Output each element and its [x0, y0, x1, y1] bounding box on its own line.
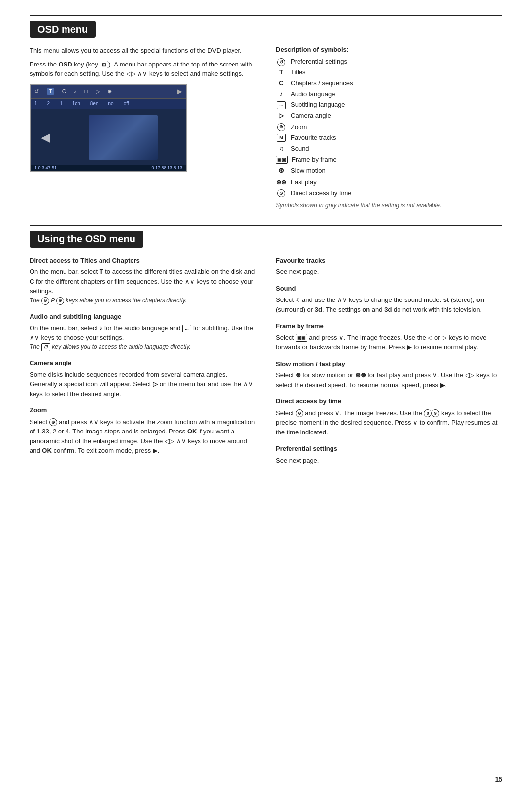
zoom-title: Zoom: [30, 405, 256, 415]
osd-right-col: Description of symbols: ↺ Preferential s…: [276, 46, 502, 210]
sym-label-slow: Slow motion: [291, 166, 326, 176]
osd-left-col: This menu allows you to access all the s…: [30, 46, 256, 210]
sound-body: Select ♫ and use the ∧∨ keys to change t…: [276, 295, 502, 314]
val-1: 1: [34, 101, 37, 106]
slow-motion-subsection: Slow motion / fast play Select ⊛ for slo…: [276, 359, 502, 390]
dvd-content-area: ◀: [31, 109, 186, 166]
direct-time-body: Select ⊙ and press ∨. The image freezes.…: [276, 408, 502, 437]
sym-label-chapters: Chapters / sequences: [291, 78, 353, 89]
description-heading: Description of symbols:: [276, 46, 502, 53]
dvd-image: [89, 115, 158, 160]
frame-by-frame-title: Frame by frame: [276, 321, 502, 331]
val-6: no: [108, 101, 114, 106]
sym-label-camera: Camera angle: [291, 110, 331, 121]
sym-icon-chapters: C: [276, 78, 287, 89]
using-osd-section: Using the OSD menu Direct access to Titl…: [30, 225, 502, 472]
sym-icon-preferential: ↺: [276, 56, 287, 67]
sym-label-subtitle: Subtitling language: [291, 100, 345, 110]
sym-icon-subtitle: ...: [276, 100, 287, 110]
menu-sym-t: T: [47, 88, 54, 95]
sym-label-fast: Fast play: [291, 177, 317, 188]
val-3: 1: [60, 101, 63, 106]
sym-label-audio: Audio language: [291, 89, 335, 100]
preferential-body: See next page.: [276, 456, 502, 466]
favourite-tracks-subsection: Favourite tracks See next page.: [276, 256, 502, 277]
using-right-col: Favourite tracks See next page. Sound Se…: [276, 256, 502, 472]
using-left-col: Direct access to Titles and Chapters On …: [30, 256, 256, 472]
frame-by-frame-body: Select ▣▣ and press ∨. The image freezes…: [276, 333, 502, 352]
menu-sym-audio: ♪: [74, 88, 77, 94]
sym-subtitle: ... Subtitling language: [276, 100, 502, 110]
dvd-menu-bar: ↺ T C ♪ □ ▷ ⊕ ▶: [31, 85, 186, 99]
menu-arrow: ▶: [177, 87, 182, 95]
using-divider: [30, 225, 502, 226]
audio-subtitling-title: Audio and subtitling language: [30, 312, 256, 322]
sound-title: Sound: [276, 284, 502, 294]
val-4: 1ch: [72, 101, 80, 106]
sym-camera: ▷ Camera angle: [276, 110, 502, 121]
direct-time-title: Direct access by time: [276, 397, 502, 406]
sym-fast: ⊛⊛ Fast play: [276, 177, 502, 188]
sym-label-frame: Frame by frame: [292, 154, 337, 165]
using-osd-header: Using the OSD menu: [30, 231, 143, 248]
slow-motion-body: Select ⊛ for slow motion or ⊛⊛ for fast …: [276, 370, 502, 390]
sym-icon-favourite: M: [276, 133, 287, 143]
osd-menu-section: OSD menu This menu allows you to access …: [30, 15, 502, 210]
sym-frame: ▣▣ Frame by frame: [276, 154, 502, 165]
menu-sym-cam: ▷: [96, 88, 100, 95]
using-two-col: Direct access to Titles and Chapters On …: [30, 256, 502, 472]
sym-slow: ⊛ Slow motion: [276, 165, 502, 177]
dvd-main-area: [60, 109, 186, 166]
menu-sym-sub: □: [84, 88, 88, 94]
symbol-list: ↺ Preferential settings T Titles C Chapt…: [276, 56, 502, 199]
sym-sound: ♫ Sound: [276, 143, 502, 154]
dvd-screen-mockup: ↺ T C ♪ □ ▷ ⊕ ▶ 1 2 1 1ch 8en no off: [30, 84, 187, 172]
sym-label-sound: Sound: [291, 143, 309, 154]
top-divider: [30, 15, 502, 16]
menu-sym-1: ↺: [34, 88, 39, 95]
sym-icon-frame: ▣▣: [276, 154, 288, 165]
preferential-title: Preferential settings: [276, 444, 502, 454]
dvd-left-arrow: ◀: [31, 109, 60, 166]
sym-titles: T Titles: [276, 67, 502, 78]
audio-subtitling-body: On the menu bar, select ♪ for the audio …: [30, 323, 256, 342]
zoom-body: Select ⊕ and press ∧∨ keys to activate t…: [30, 417, 256, 456]
preferential-subsection: Preferential settings See next page.: [276, 444, 502, 465]
camera-angle-subsection: Camera angle Some disks include sequence…: [30, 358, 256, 399]
sym-label-titles: Titles: [291, 67, 306, 78]
direct-access-body: On the menu bar, select T to access the …: [30, 267, 256, 296]
camera-angle-body: Some disks include sequences recorded fr…: [30, 370, 256, 399]
direct-access-italic: The ⊖ P ⊕ keys allow you to access the c…: [30, 296, 256, 305]
direct-time-subsection: Direct access by time Select ⊙ and press…: [276, 397, 502, 437]
sym-icon-camera: ▷: [276, 110, 287, 121]
sym-icon-zoom: ⊕: [276, 122, 287, 133]
sym-label-direct-time: Direct access by time: [291, 188, 352, 199]
sym-chapters: C Chapters / sequences: [276, 78, 502, 89]
zoom-subsection: Zoom Select ⊕ and press ∧∨ keys to activ…: [30, 405, 256, 456]
dvd-time-left: 1:0 3:47:51: [34, 166, 57, 170]
direct-access-title: Direct access to Titles and Chapters: [30, 256, 256, 266]
osd-menu-header: OSD menu: [30, 21, 96, 38]
osd-intro-p1: This menu allows you to access all the s…: [30, 46, 256, 56]
sym-icon-titles: T: [276, 67, 287, 78]
sym-label-preferential: Preferential settings: [291, 56, 347, 67]
menu-sym-zoom: ⊕: [107, 88, 112, 95]
sym-preferential: ↺ Preferential settings: [276, 56, 502, 67]
dvd-values-row: 1 2 1 1ch 8en no off: [31, 99, 186, 109]
osd-intro-p2: Press the OSD key (key ⊞). A menu bar ap…: [30, 60, 256, 79]
sym-zoom: ⊕ Zoom: [276, 122, 502, 133]
menu-sym-c: C: [62, 88, 66, 94]
slow-motion-title: Slow motion / fast play: [276, 359, 502, 369]
dvd-nav-arrow: ◀: [41, 131, 50, 144]
sym-icon-fast: ⊛⊛: [276, 177, 287, 188]
page-number: 15: [495, 775, 502, 783]
audio-subtitling-subsection: Audio and subtitling language On the men…: [30, 312, 256, 352]
sym-audio: ♪ Audio language: [276, 89, 502, 100]
val-7: off: [124, 101, 129, 106]
sym-icon-audio: ♪: [276, 89, 287, 100]
sym-direct-time: ⊙ Direct access by time: [276, 188, 502, 199]
favourite-tracks-body: See next page.: [276, 267, 502, 277]
sound-subsection: Sound Select ♫ and use the ∧∨ keys to ch…: [276, 284, 502, 315]
val-5: 8en: [90, 101, 99, 106]
osd-top-content: This menu allows you to access all the s…: [30, 46, 502, 210]
